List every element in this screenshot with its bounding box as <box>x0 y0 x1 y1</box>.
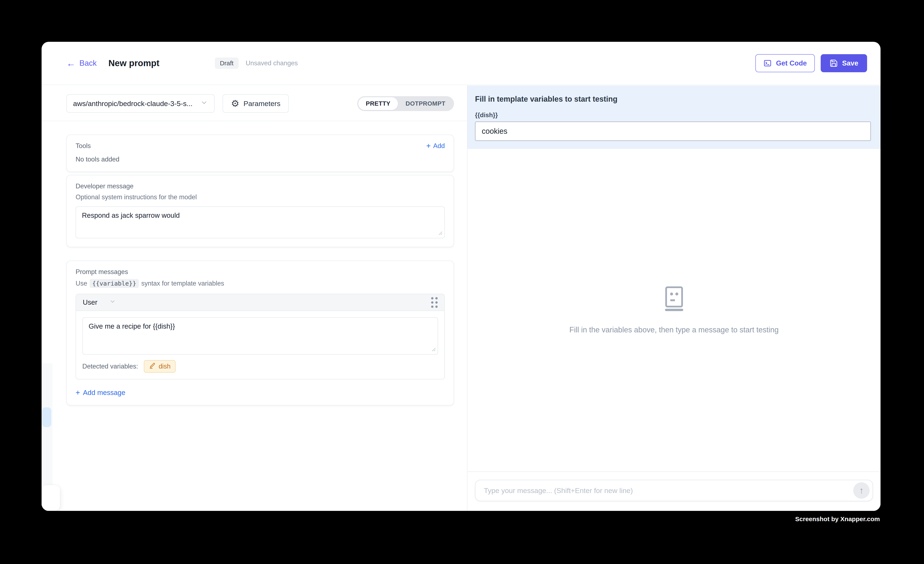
drag-handle-icon[interactable] <box>431 297 438 308</box>
add-tool-label: Add <box>433 142 445 150</box>
prompt-messages-title: Prompt messages <box>76 268 445 276</box>
template-variable-hint: Use {{variable}} syntax for template var… <box>76 279 445 288</box>
parameters-button[interactable]: ⚙ Parameters <box>223 94 289 113</box>
unsaved-changes-text: Unsaved changes <box>246 59 298 67</box>
developer-message-subtitle: Optional system instructions for the mod… <box>76 194 445 201</box>
top-bar: ← Back New prompt Draft Unsaved changes … <box>42 42 880 85</box>
chat-input-container: ↑ <box>475 480 873 501</box>
test-panel-title: Fill in template variables to start test… <box>475 95 871 104</box>
message-header: User <box>76 294 444 311</box>
hint-prefix: Use <box>76 280 87 287</box>
screenshot-root: { "header": { "back": "Back", "title": "… <box>0 0 924 564</box>
terminal-icon <box>764 59 772 68</box>
developer-message-textarea[interactable]: Respond as jack sparrow would <box>76 206 445 238</box>
model-select[interactable]: aws/anthropic/bedrock-claude-3-5-s... <box>66 94 214 113</box>
add-tool-button[interactable]: + Add <box>426 142 445 150</box>
message-block: User Give me <box>76 294 445 380</box>
resize-grip-icon[interactable] <box>438 231 442 236</box>
empty-state-text: Fill in the variables above, then type a… <box>569 326 778 334</box>
variable-name-label: {{dish}} <box>475 111 871 118</box>
message-content-textarea[interactable]: Give me a recipe for {{dish}} <box>82 317 438 355</box>
arrow-up-icon: ↑ <box>860 486 864 495</box>
add-message-button[interactable]: + Add message <box>76 388 445 397</box>
status-badge: Draft <box>215 57 238 69</box>
editor-cards: Tools + Add No tools added Developer mes… <box>42 121 467 511</box>
page-title: New prompt <box>108 58 159 68</box>
chat-footer: ↑ <box>468 471 880 511</box>
chat-empty-state: Fill in the variables above, then type a… <box>468 149 880 471</box>
get-code-label: Get Code <box>776 59 807 67</box>
tools-card: Tools + Add No tools added <box>66 135 454 172</box>
toggle-option-dotprompt[interactable]: DOTPROMPT <box>398 97 453 110</box>
back-label: Back <box>80 59 97 68</box>
message-role-value: User <box>83 298 98 306</box>
gear-icon: ⚙ <box>231 99 239 108</box>
send-button[interactable]: ↑ <box>853 482 870 499</box>
tools-title: Tools <box>76 142 91 150</box>
toggle-option-pretty[interactable]: PRETTY <box>358 97 398 110</box>
bot-face-icon <box>664 286 685 312</box>
save-label: Save <box>842 59 858 67</box>
back-button[interactable]: ← Back <box>66 58 97 68</box>
detected-variables-row: Detected variables: dish <box>76 355 444 379</box>
developer-message-title: Developer message <box>76 183 445 190</box>
variable-chip-label: dish <box>159 363 171 370</box>
resize-grip-icon[interactable] <box>431 347 436 352</box>
watermark-text: Screenshot by Xnapper.com <box>795 516 880 523</box>
chevron-down-icon <box>200 99 208 108</box>
detected-variables-label: Detected variables: <box>82 363 138 370</box>
hint-suffix: syntax for template variables <box>141 280 224 287</box>
add-message-label: Add message <box>83 388 125 397</box>
model-select-value: aws/anthropic/bedrock-claude-3-5-s... <box>73 99 193 108</box>
left-edge-highlight <box>42 407 51 427</box>
chevron-down-icon <box>109 298 116 307</box>
variable-syntax-chip: {{variable}} <box>90 279 139 288</box>
tools-empty-text: No tools added <box>76 156 445 163</box>
developer-message-card: Developer message Optional system instru… <box>66 175 454 247</box>
variable-chip-dish[interactable]: dish <box>144 360 176 373</box>
edit-pencil-icon <box>149 362 156 370</box>
variable-value-input[interactable] <box>475 122 871 141</box>
view-mode-toggle: PRETTY DOTPROMPT <box>357 96 454 111</box>
back-arrow-icon: ← <box>66 58 76 68</box>
test-panel: Fill in template variables to start test… <box>468 86 880 511</box>
main-area: aws/anthropic/bedrock-claude-3-5-s... ⚙ … <box>42 86 880 511</box>
template-variables-panel: Fill in template variables to start test… <box>468 86 880 149</box>
plus-icon: + <box>76 389 80 396</box>
left-edge-card <box>42 485 60 511</box>
plus-icon: + <box>426 142 431 150</box>
message-role-select[interactable]: User <box>83 298 116 307</box>
save-icon <box>830 59 838 68</box>
chat-message-input[interactable] <box>484 486 848 495</box>
app-window: ← Back New prompt Draft Unsaved changes … <box>42 42 880 511</box>
model-row: aws/anthropic/bedrock-claude-3-5-s... ⚙ … <box>66 94 454 113</box>
save-button[interactable]: Save <box>820 54 867 72</box>
prompt-messages-card: Prompt messages Use {{variable}} syntax … <box>66 261 454 405</box>
get-code-button[interactable]: Get Code <box>755 54 815 72</box>
prompt-editor-panel: aws/anthropic/bedrock-claude-3-5-s... ⚙ … <box>42 86 468 511</box>
parameters-label: Parameters <box>243 99 280 108</box>
